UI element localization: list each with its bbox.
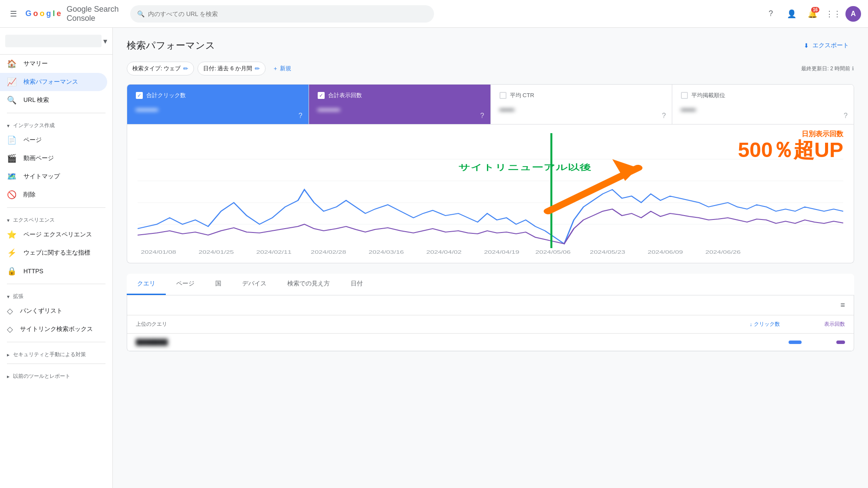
col-clicks-label: クリック数 bbox=[754, 321, 780, 328]
sidebar-item-web-vitals[interactable]: ⚡ ウェブに関する主な指標 bbox=[0, 244, 107, 262]
collapse-arrow-icon-3: ▾ bbox=[7, 294, 10, 300]
svg-text:2024/03/16: 2024/03/16 bbox=[368, 249, 404, 255]
apps-button[interactable]: ⋮⋮ bbox=[825, 5, 842, 23]
sidebar: ▾ 🏠 サマリー 📈 検索パフォーマンス 🔍 URL 検索 ▾ インデックス作成… bbox=[0, 28, 113, 488]
filter-search-type[interactable]: 検索タイプ: ウェブ ✏ bbox=[127, 62, 194, 75]
metric-card-position[interactable]: 平均掲載順位 ━━ ? bbox=[672, 85, 854, 124]
section-header-index[interactable]: ▾ インデックス作成 bbox=[0, 117, 112, 131]
sidebar-item-https[interactable]: 🔒 HTTPS bbox=[0, 262, 107, 280]
page-icon: 📄 bbox=[7, 135, 16, 145]
account-icon: 👤 bbox=[787, 9, 796, 19]
logo-o2: o bbox=[39, 9, 44, 18]
metric-value-clicks: ━━━ bbox=[136, 103, 300, 117]
new-filter-label: 新規 bbox=[280, 65, 291, 72]
property-selector[interactable]: ▾ bbox=[0, 28, 112, 55]
sidebar-item-breadcrumb[interactable]: ◇ パンくずリスト bbox=[0, 302, 107, 320]
sidebar-item-url-inspection[interactable]: 🔍 URL 検索 bbox=[0, 91, 107, 109]
sidebar-item-video-pages[interactable]: 🎬 動画ページ bbox=[0, 149, 107, 167]
sidebar-item-label-video: 動画ページ bbox=[23, 154, 54, 162]
impressions-bar bbox=[836, 341, 845, 344]
search-input[interactable] bbox=[148, 10, 427, 17]
section-label-experience: エクスペリエンス bbox=[13, 216, 55, 224]
section-header-experience[interactable]: ▾ エクスペリエンス bbox=[0, 211, 112, 226]
metric-checkbox-impressions: ✓ 合計表示回数 bbox=[318, 92, 482, 99]
row-impressions-value bbox=[802, 341, 845, 344]
tab-page-label: ページ bbox=[176, 280, 194, 287]
metric-help-clicks: ? bbox=[299, 112, 302, 120]
checkbox-impressions: ✓ bbox=[318, 92, 325, 99]
tabs-row: クエリ ページ 国 デバイス 検索での見え方 日付 bbox=[127, 274, 854, 295]
notifications-button[interactable]: 🔔 16 bbox=[804, 5, 821, 23]
metric-value-position: ━━ bbox=[681, 103, 845, 117]
page-header: 検索パフォーマンス ⬇ エクスポート bbox=[127, 38, 854, 53]
sidebar-item-removals[interactable]: 🚫 削除 bbox=[0, 186, 107, 204]
row-query-value: ████████ bbox=[136, 339, 750, 345]
metric-help-ctr: ? bbox=[662, 112, 666, 120]
page-title: 検索パフォーマンス bbox=[127, 39, 215, 52]
tab-page[interactable]: ページ bbox=[166, 274, 205, 295]
sitemap-icon: 🗺️ bbox=[7, 172, 16, 181]
metric-card-impressions[interactable]: ✓ 合計表示回数 ━━━ ? bbox=[309, 85, 491, 124]
chart-svg: サイトリニューアル以後 2024/01/08 2024/01/25 2024/0… bbox=[138, 133, 843, 255]
section-header-expansion[interactable]: ▾ 拡張 bbox=[0, 288, 112, 302]
table-row[interactable]: ████████ bbox=[127, 334, 854, 351]
metric-card-ctr[interactable]: 平均 CTR ━━ ? bbox=[491, 85, 673, 124]
table-col-query-header: 上位のクエリ bbox=[136, 321, 750, 328]
account-button[interactable]: 👤 bbox=[783, 5, 800, 23]
divider-1 bbox=[7, 113, 105, 113]
checkbox-clicks: ✓ bbox=[136, 92, 143, 99]
sidebar-item-label-performance: 検索パフォーマンス bbox=[23, 78, 78, 86]
section-label-expansion: 拡張 bbox=[13, 293, 23, 300]
sidebar-item-label-sitelinks: サイトリンク検索ボックス bbox=[20, 325, 93, 333]
https-icon: 🔒 bbox=[7, 266, 16, 276]
table-col-clicks-header[interactable]: ↓ クリック数 bbox=[750, 321, 802, 328]
section-label-security: セキュリティと手動による対策 bbox=[13, 351, 86, 358]
sidebar-item-label-removals: 削除 bbox=[23, 191, 36, 199]
tab-country[interactable]: 国 bbox=[205, 274, 232, 295]
metric-checkbox-ctr: 平均 CTR bbox=[500, 92, 664, 99]
sidebar-item-sitemap[interactable]: 🗺️ サイトマップ bbox=[0, 167, 107, 186]
sidebar-item-summary[interactable]: 🏠 サマリー bbox=[0, 55, 107, 73]
property-name bbox=[5, 35, 102, 47]
avatar[interactable]: A bbox=[845, 6, 861, 22]
filter-date-label: 日付: 過去 6 か月間 bbox=[203, 65, 252, 72]
tab-query-label: クエリ bbox=[137, 280, 155, 287]
menu-button[interactable]: ☰ bbox=[7, 5, 20, 23]
export-button[interactable]: ⬇ エクスポート bbox=[799, 38, 854, 53]
svg-text:2024/01/25: 2024/01/25 bbox=[198, 249, 234, 255]
svg-text:2024/02/11: 2024/02/11 bbox=[256, 249, 292, 255]
performance-icon: 📈 bbox=[7, 77, 16, 87]
sidebar-item-sitelinks[interactable]: ◇ サイトリンク検索ボックス bbox=[0, 320, 107, 338]
last-updated: 最終更新日: 2 時間前 ℹ bbox=[801, 65, 854, 72]
metric-card-clicks[interactable]: ✓ 合計クリック数 ━━━ ? bbox=[127, 85, 309, 124]
clicks-bar bbox=[789, 341, 802, 344]
logo-o1: o bbox=[33, 9, 38, 18]
metrics-row: ✓ 合計クリック数 ━━━ ? ✓ 合計表示回数 ━━━ ? 平均 CTR bbox=[127, 84, 854, 124]
section-header-legacy[interactable]: ▸ 以前のツールとレポート bbox=[0, 367, 112, 382]
tab-device[interactable]: デバイス bbox=[232, 274, 277, 295]
sidebar-item-pages[interactable]: 📄 ページ bbox=[0, 131, 107, 149]
header: ☰ Google Google Search Console 🔍 ? 👤 🔔 1… bbox=[0, 0, 868, 28]
new-filter-button[interactable]: ＋ 新規 bbox=[269, 62, 295, 75]
collapse-arrow-icon: ▾ bbox=[7, 123, 10, 129]
tab-date[interactable]: 日付 bbox=[340, 274, 373, 295]
search-bar[interactable]: 🔍 bbox=[130, 5, 434, 23]
help-button[interactable]: ? bbox=[762, 5, 779, 23]
tab-query[interactable]: クエリ bbox=[127, 274, 166, 295]
header-left: ☰ Google Google Search Console bbox=[7, 5, 120, 23]
sidebar-item-performance[interactable]: 📈 検索パフォーマンス bbox=[0, 73, 107, 91]
sidebar-item-page-experience[interactable]: ⭐ ページ エクスペリエンス bbox=[0, 226, 107, 244]
section-header-security[interactable]: ▸ セキュリティと手動による対策 bbox=[0, 346, 112, 360]
video-icon: 🎬 bbox=[7, 154, 16, 163]
sidebar-item-label-pages: ページ bbox=[23, 136, 42, 144]
svg-text:2024/05/06: 2024/05/06 bbox=[535, 249, 571, 255]
tab-search-appearance[interactable]: 検索での見え方 bbox=[277, 274, 340, 295]
plus-icon: ＋ bbox=[273, 65, 278, 72]
sidebar-item-label-breadcrumb: パンくずリスト bbox=[20, 307, 62, 315]
metric-label-impressions: 合計表示回数 bbox=[328, 92, 362, 99]
export-label: エクスポート bbox=[812, 42, 849, 49]
filter-date[interactable]: 日付: 過去 6 か月間 ✏ bbox=[197, 62, 266, 75]
svg-text:2024/04/19: 2024/04/19 bbox=[484, 249, 519, 255]
info-icon: ℹ bbox=[852, 66, 854, 72]
table-filter-button[interactable]: ≡ bbox=[838, 299, 847, 311]
